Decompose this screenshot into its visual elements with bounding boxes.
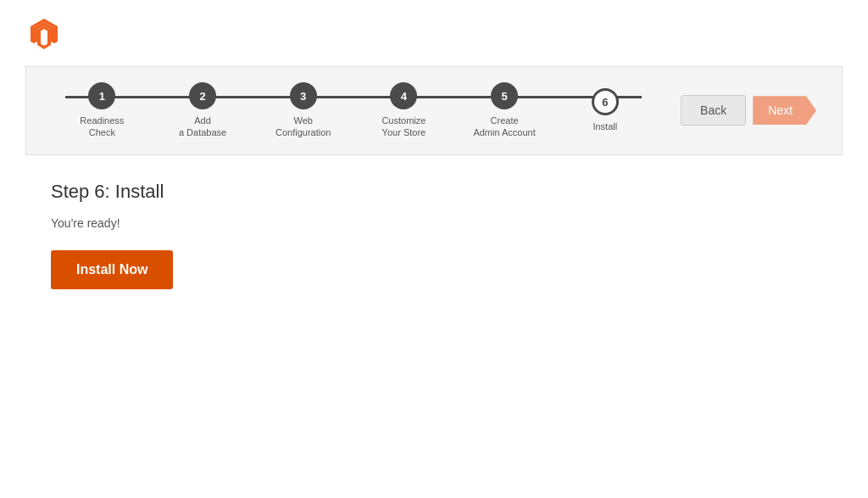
step-label-3: WebConfiguration xyxy=(275,115,331,139)
wizard-bar: 1 ReadinessCheck 2 Adda Database 3 WebCo… xyxy=(25,66,843,155)
back-button[interactable]: Back xyxy=(681,95,746,126)
step-label-5: CreateAdmin Account xyxy=(473,115,535,139)
step-circle-2: 2 xyxy=(189,82,216,109)
wizard-step-2: 2 Adda Database xyxy=(153,82,253,139)
header xyxy=(0,0,868,66)
ready-text: You're ready! xyxy=(51,216,817,230)
wizard-step-4: 4 CustomizeYour Store xyxy=(353,82,454,139)
step-label-2: Adda Database xyxy=(179,115,226,139)
step-circle-6: 6 xyxy=(592,88,619,115)
step-title: Step 6: Install xyxy=(51,181,817,203)
step-circle-3: 3 xyxy=(290,82,317,109)
wizard-steps: 1 ReadinessCheck 2 Adda Database 3 WebCo… xyxy=(52,82,655,139)
step-label-6: Install xyxy=(593,120,617,132)
step-circle-5: 5 xyxy=(491,82,518,109)
step-circle-1: 1 xyxy=(88,82,115,109)
step-label-4: CustomizeYour Store xyxy=(381,115,426,139)
wizard-step-5: 5 CreateAdmin Account xyxy=(454,82,555,139)
step-circle-4: 4 xyxy=(390,82,417,109)
wizard-step-3: 3 WebConfiguration xyxy=(253,82,353,139)
install-now-button[interactable]: Install Now xyxy=(51,250,173,289)
main-content: Step 6: Install You're ready! Install No… xyxy=(0,155,868,315)
magento-logo xyxy=(25,15,63,53)
next-button[interactable]: Next xyxy=(753,96,816,125)
wizard-step-6: 6 Install xyxy=(554,88,655,132)
step-label-1: ReadinessCheck xyxy=(80,115,124,139)
wizard-step-1: 1 ReadinessCheck xyxy=(52,82,153,139)
wizard-nav: Back Next xyxy=(681,95,816,126)
